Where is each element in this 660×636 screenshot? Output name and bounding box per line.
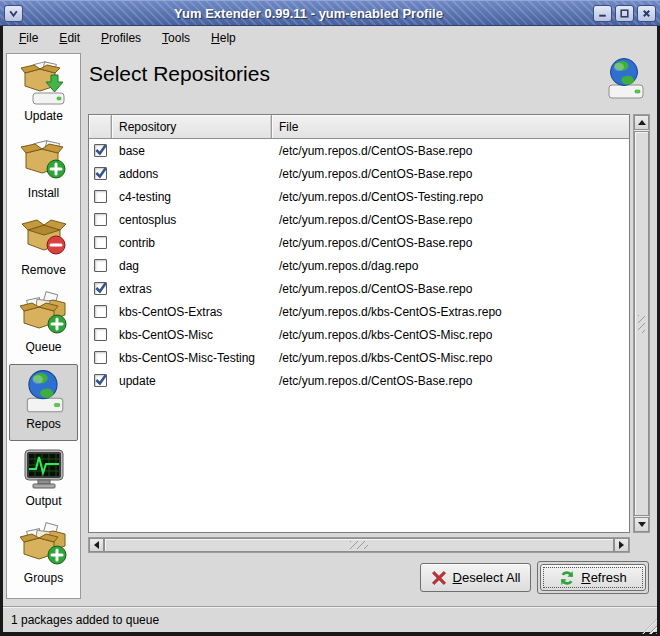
table-row[interactable]: centosplus /etc/yum.repos.d/CentOS-Base.… — [89, 208, 629, 231]
repo-enabled-checkbox[interactable] — [94, 213, 107, 226]
scroll-down-button[interactable] — [634, 517, 649, 532]
status-text: 1 packages added to queue — [11, 613, 159, 627]
repo-file-cell: /etc/yum.repos.d/CentOS-Base.repo — [272, 213, 629, 227]
scroll-up-button[interactable] — [634, 115, 649, 130]
menu-help[interactable]: Help — [202, 28, 245, 48]
table-row[interactable]: update /etc/yum.repos.d/CentOS-Base.repo — [89, 369, 629, 392]
repo-enabled-checkbox[interactable] — [94, 374, 107, 387]
repo-file-cell: /etc/yum.repos.d/CentOS-Base.repo — [272, 236, 629, 250]
repo-file-cell: /etc/yum.repos.d/kbs-CentOS-Misc.repo — [272, 351, 629, 365]
menu-file[interactable]: File — [10, 28, 47, 48]
vertical-scrollbar[interactable] — [633, 114, 650, 533]
chevron-down-icon — [8, 8, 19, 19]
table-row[interactable]: kbs-CentOS-Misc /etc/yum.repos.d/kbs-Cen… — [89, 323, 629, 346]
checkmark-icon — [94, 373, 108, 387]
repo-enabled-checkbox[interactable] — [94, 305, 107, 318]
sidebar-item-remove[interactable]: Remove — [9, 210, 78, 287]
repo-file-cell: /etc/yum.repos.d/CentOS-Base.repo — [272, 282, 629, 296]
red-x-icon — [431, 570, 447, 586]
menu-tools[interactable]: Tools — [153, 28, 199, 48]
repo-name-cell: dag — [112, 259, 272, 273]
menubar: File Edit Profiles Tools Help — [3, 26, 657, 49]
window-border-bottom — [0, 632, 660, 636]
table-row[interactable]: dag /etc/yum.repos.d/dag.repo — [89, 254, 629, 277]
checkbox-cell — [89, 167, 112, 180]
sidebar-item-label: Install — [28, 186, 59, 200]
window-menu-button[interactable] — [4, 5, 23, 22]
column-header-repository[interactable]: Repository — [112, 115, 272, 138]
sidebar-item-output[interactable]: Output — [9, 441, 78, 518]
repo-file-cell: /etc/yum.repos.d/CentOS-Base.repo — [272, 144, 629, 158]
arrow-right-icon — [619, 541, 624, 549]
repo-file-cell: /etc/yum.repos.d/CentOS-Testing.repo — [272, 190, 629, 204]
maximize-button[interactable] — [615, 5, 634, 22]
menu-edit[interactable]: Edit — [50, 28, 89, 48]
sidebar-item-install[interactable]: Install — [9, 133, 78, 210]
sidebar-item-label: Remove — [21, 263, 66, 277]
arrow-left-icon — [94, 541, 99, 549]
vertical-scrollbar-thumb[interactable] — [634, 131, 649, 516]
checkmark-icon — [94, 143, 108, 157]
table-row[interactable]: kbs-CentOS-Misc-Testing /etc/yum.repos.d… — [89, 346, 629, 369]
page-title: Select Repositories — [89, 62, 270, 86]
repo-enabled-checkbox[interactable] — [94, 144, 107, 157]
repo-enabled-checkbox[interactable] — [94, 236, 107, 249]
output-monitor-icon — [20, 445, 68, 493]
remove-box-icon — [20, 214, 68, 262]
repo-enabled-checkbox[interactable] — [94, 167, 107, 180]
table-row[interactable]: addons /etc/yum.repos.d/CentOS-Base.repo — [89, 162, 629, 185]
scroll-left-button[interactable] — [89, 538, 104, 552]
sidebar-item-label: Groups — [24, 571, 63, 585]
titlebar[interactable]: Yum Extender 0.99.11 - yum-enabled Profi… — [0, 0, 660, 26]
column-header-file[interactable]: File — [272, 115, 629, 138]
checkmark-icon — [94, 166, 108, 180]
horizontal-scrollbar[interactable] — [88, 537, 630, 553]
repo-name-cell: extras — [112, 282, 272, 296]
sidebar-item-groups[interactable]: Groups — [9, 518, 78, 595]
repo-enabled-checkbox[interactable] — [94, 190, 107, 203]
repository-table: Repository File base /etc/yum.repos.d/Ce… — [88, 114, 650, 554]
repo-enabled-checkbox[interactable] — [94, 282, 107, 295]
update-box-icon — [20, 60, 68, 108]
table-row[interactable]: kbs-CentOS-Extras /etc/yum.repos.d/kbs-C… — [89, 300, 629, 323]
deselect-all-button[interactable]: Deselect All — [420, 563, 531, 592]
checkbox-cell — [89, 144, 112, 157]
window-border-left — [0, 26, 3, 636]
close-button[interactable] — [637, 5, 656, 22]
scroll-right-button[interactable] — [614, 538, 629, 552]
table-row[interactable]: base /etc/yum.repos.d/CentOS-Base.repo — [89, 139, 629, 162]
repo-name-cell: c4-testing — [112, 190, 272, 204]
sidebar-item-update[interactable]: Update — [9, 56, 78, 133]
queue-box-icon — [20, 291, 68, 339]
minimize-icon — [597, 8, 608, 19]
checkbox-cell — [89, 351, 112, 364]
repo-name-cell: update — [112, 374, 272, 388]
repo-enabled-checkbox[interactable] — [94, 351, 107, 364]
arrow-down-icon — [638, 522, 646, 527]
close-icon — [641, 8, 652, 19]
refresh-label: Refresh — [581, 570, 627, 585]
repo-file-cell: /etc/yum.repos.d/CentOS-Base.repo — [272, 374, 629, 388]
sidebar-item-label: Queue — [25, 340, 61, 354]
refresh-button[interactable]: Refresh — [540, 564, 646, 591]
table-row[interactable]: c4-testing /etc/yum.repos.d/CentOS-Testi… — [89, 185, 629, 208]
repo-table-body: base /etc/yum.repos.d/CentOS-Base.repo a… — [89, 139, 629, 392]
table-row[interactable]: extras /etc/yum.repos.d/CentOS-Base.repo — [89, 277, 629, 300]
minimize-button[interactable] — [593, 5, 612, 22]
arrow-up-icon — [638, 120, 646, 125]
checkbox-cell — [89, 213, 112, 226]
menu-profiles[interactable]: Profiles — [92, 28, 150, 48]
column-header-checkbox[interactable] — [89, 115, 112, 138]
table-row[interactable]: contrib /etc/yum.repos.d/CentOS-Base.rep… — [89, 231, 629, 254]
repo-enabled-checkbox[interactable] — [94, 328, 107, 341]
sidebar-item-repos[interactable]: Repos — [9, 364, 78, 441]
repo-file-cell: /etc/yum.repos.d/kbs-CentOS-Misc.repo — [272, 328, 629, 342]
sidebar-item-queue[interactable]: Queue — [9, 287, 78, 364]
repo-enabled-checkbox[interactable] — [94, 259, 107, 272]
horizontal-scrollbar-thumb[interactable] — [104, 538, 614, 552]
checkbox-cell — [89, 328, 112, 341]
repo-name-cell: kbs-CentOS-Misc-Testing — [112, 351, 272, 365]
repos-globe-icon — [20, 368, 68, 416]
checkbox-cell — [89, 305, 112, 318]
yum-extender-window: Yum Extender 0.99.11 - yum-enabled Profi… — [0, 0, 660, 636]
